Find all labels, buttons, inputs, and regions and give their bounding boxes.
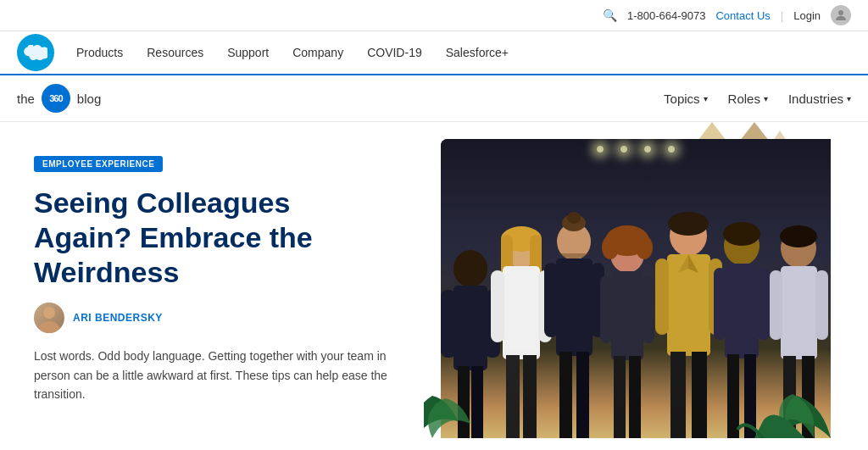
- main-nav: Products Resources Support Company COVID…: [0, 31, 868, 75]
- svg-rect-49: [725, 264, 759, 358]
- svg-point-55: [780, 225, 817, 247]
- nav-item-covid19[interactable]: COVID-19: [365, 32, 424, 73]
- nav-item-support[interactable]: Support: [225, 32, 270, 73]
- svg-rect-40: [667, 254, 710, 356]
- svg-rect-41: [655, 258, 669, 335]
- svg-rect-58: [815, 270, 828, 340]
- blog-logo-the: the: [17, 92, 35, 106]
- nav-item-salesforceplus[interactable]: Salesforce+: [444, 32, 510, 73]
- chevron-down-icon: ▾: [847, 94, 851, 103]
- svg-rect-33: [611, 271, 643, 360]
- svg-point-31: [602, 236, 619, 259]
- leaves-decoration: [721, 362, 831, 438]
- leaves-left-decoration: [424, 375, 509, 438]
- svg-rect-16: [503, 266, 540, 359]
- nav-item-resources[interactable]: Resources: [145, 32, 205, 73]
- svg-rect-20: [523, 355, 537, 438]
- svg-rect-57: [770, 270, 782, 340]
- top-bar: 🔍 1-800-664-9073 Contact Us | Login: [0, 0, 868, 31]
- blog-nav-topics[interactable]: Topics ▾: [664, 92, 708, 106]
- svg-rect-50: [714, 268, 726, 340]
- blog-nav-industries[interactable]: Industries ▾: [788, 92, 851, 106]
- nav-item-company[interactable]: Company: [291, 32, 345, 73]
- svg-point-23: [567, 212, 581, 224]
- author-avatar: [34, 303, 64, 333]
- salesforce-logo[interactable]: [17, 34, 54, 71]
- divider: |: [781, 9, 783, 22]
- svg-rect-28: [576, 352, 589, 438]
- svg-rect-45: [670, 352, 686, 438]
- phone-number: 1-800-664-9073: [627, 9, 706, 22]
- blog-logo-360: 360: [42, 84, 70, 113]
- svg-rect-46: [692, 352, 707, 438]
- svg-point-32: [636, 236, 653, 259]
- hero-image: [424, 122, 831, 438]
- hero-description: Lost words. Odd body language. Getting t…: [34, 347, 390, 403]
- blog-logo-blog: blog: [77, 92, 101, 106]
- contact-us-link[interactable]: Contact Us: [715, 9, 770, 22]
- avatar[interactable]: [831, 5, 851, 25]
- hero-title: Seeing Colleagues Again? Embrace the Wei…: [34, 186, 390, 289]
- svg-rect-17: [491, 270, 504, 342]
- category-badge[interactable]: EMPLOYEE EXPERIENCE: [34, 156, 163, 172]
- hero-section: EMPLOYEE EXPERIENCE Seeing Colleagues Ag…: [0, 122, 868, 438]
- roles-label: Roles: [728, 92, 760, 106]
- svg-point-0: [838, 10, 843, 15]
- svg-rect-8: [441, 290, 456, 358]
- chevron-down-icon: ▾: [704, 94, 708, 103]
- login-button[interactable]: Login: [793, 9, 821, 22]
- author-avatar-inner: [34, 303, 64, 333]
- industries-label: Industries: [788, 92, 843, 106]
- svg-point-6: [453, 250, 487, 287]
- svg-rect-36: [614, 356, 626, 438]
- svg-rect-37: [629, 356, 641, 438]
- svg-rect-34: [600, 275, 612, 343]
- topics-label: Topics: [664, 92, 700, 106]
- hero-content: EMPLOYEE EXPERIENCE Seeing Colleagues Ag…: [0, 122, 424, 438]
- svg-rect-25: [544, 263, 558, 337]
- chevron-down-icon: ▾: [764, 94, 768, 103]
- blog-logo[interactable]: the 360 blog: [17, 84, 101, 113]
- svg-rect-24: [556, 258, 593, 356]
- svg-rect-27: [559, 352, 572, 438]
- nav-links: Products Resources Support Company COVID…: [75, 32, 510, 73]
- search-icon[interactable]: 🔍: [603, 8, 617, 22]
- blog-nav: Topics ▾ Roles ▾ Industries ▾: [664, 92, 851, 106]
- author-name[interactable]: ARI BENDERSKY: [73, 312, 163, 324]
- nav-item-products[interactable]: Products: [75, 32, 125, 73]
- svg-point-39: [668, 212, 709, 236]
- blog-header: the 360 blog Topics ▾ Roles ▾ Industries…: [0, 75, 868, 122]
- svg-point-48: [723, 222, 760, 246]
- svg-rect-7: [453, 286, 487, 370]
- svg-point-1: [43, 307, 55, 319]
- blog-nav-roles[interactable]: Roles ▾: [728, 92, 768, 106]
- svg-rect-56: [781, 266, 817, 359]
- author-row: ARI BENDERSKY: [34, 303, 390, 333]
